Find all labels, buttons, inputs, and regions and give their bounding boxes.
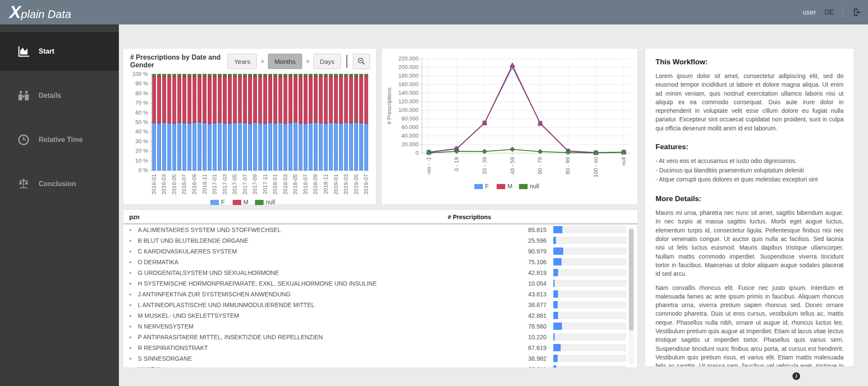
row-bar-track bbox=[553, 355, 626, 362]
sidebar-item-label: Details bbox=[39, 92, 61, 100]
svg-text:40 %: 40 % bbox=[135, 128, 148, 135]
row-value: 38.877 bbox=[495, 302, 546, 308]
sidebar-item-details[interactable]: Details bbox=[0, 76, 119, 115]
sidebar-item-relative-time[interactable]: Relative Time bbox=[0, 121, 119, 159]
row-label: V VARIA bbox=[133, 366, 495, 368]
row-bar bbox=[553, 280, 555, 287]
svg-text:40.000: 40.000 bbox=[401, 133, 419, 139]
svg-text:F: F bbox=[221, 199, 225, 205]
row-bar-track bbox=[553, 323, 626, 330]
table-row[interactable]: ▸J ANTIINFEKTIVA ZUR SYSTEMISCHEN ANWEND… bbox=[123, 289, 637, 299]
expand-caret-icon[interactable]: ▸ bbox=[123, 335, 133, 339]
sidebar-item-label: Start bbox=[39, 48, 54, 55]
sidebar-item-conclusion[interactable]: Conclusion bbox=[0, 165, 119, 203]
expand-caret-icon[interactable]: ▸ bbox=[123, 281, 133, 286]
svg-text:M: M bbox=[507, 183, 513, 190]
row-label: R RESPIRATIONSTRAKT bbox=[133, 344, 495, 351]
row-label: D DERMATIKA bbox=[133, 259, 495, 265]
row-label: J ANTIINFEKTIVA ZUR SYSTEMISCHEN ANWENDU… bbox=[133, 291, 495, 298]
row-label: P ANTIPARASITAERE MITTEL, INSEKTIZIDE UN… bbox=[133, 334, 495, 341]
svg-text:200.000: 200.000 bbox=[398, 64, 419, 70]
expand-caret-icon[interactable]: ▸ bbox=[123, 238, 133, 243]
age-line-chart[interactable]: 020.00040.00060.00080.000100.000120.0001… bbox=[382, 48, 637, 193]
svg-text:50 %: 50 % bbox=[135, 119, 148, 125]
row-value: 43.813 bbox=[495, 291, 546, 298]
table-row[interactable]: ▸V VARIA29.311 bbox=[123, 364, 637, 368]
sidebar-item-start[interactable]: Start bbox=[0, 32, 119, 71]
table-row[interactable]: ▸R RESPIRATIONSTRAKT67.619 bbox=[123, 342, 637, 353]
zoom-out-button[interactable] bbox=[353, 54, 370, 69]
table-row[interactable]: ▸M MUSKEL- UND SKELETTSYSTEM42.861 bbox=[123, 310, 637, 321]
row-bar bbox=[553, 365, 556, 368]
expand-caret-icon[interactable]: ▸ bbox=[123, 270, 133, 275]
svg-text:2018-05: 2018-05 bbox=[292, 174, 298, 195]
stacked-bar-chart[interactable]: 0 %10 %20 %30 %40 %50 %60 %70 %80 %90 %1… bbox=[123, 70, 376, 208]
expand-caret-icon[interactable]: ▸ bbox=[123, 302, 133, 307]
info-icon[interactable]: i bbox=[792, 372, 800, 380]
svg-text:220.000: 220.000 bbox=[398, 55, 419, 62]
toolbar-divider bbox=[346, 55, 347, 68]
row-value: 85.815 bbox=[495, 226, 546, 233]
expand-caret-icon[interactable]: ▸ bbox=[123, 259, 133, 264]
user-menu[interactable]: user bbox=[803, 9, 816, 16]
row-value: 10.220 bbox=[495, 334, 546, 341]
granularity-button-years[interactable]: Years bbox=[228, 54, 257, 69]
expand-caret-icon[interactable]: ▸ bbox=[123, 227, 133, 232]
header-actions: user DE bbox=[803, 7, 862, 18]
breadcrumb-separator: > bbox=[261, 58, 264, 65]
row-label: S SINNESORGANE bbox=[133, 355, 495, 362]
table-row[interactable]: ▸B BLUT UND BLUTBILDENDE ORGANE25.596 bbox=[123, 235, 637, 246]
expand-caret-icon[interactable]: ▸ bbox=[123, 345, 133, 350]
logout-icon bbox=[853, 8, 862, 17]
granularity-button-days[interactable]: Days bbox=[313, 54, 341, 69]
row-value: 10.054 bbox=[495, 280, 546, 287]
svg-text:2017-03: 2017-03 bbox=[222, 174, 228, 195]
sidebar-item-label: Conclusion bbox=[39, 180, 76, 188]
expand-caret-icon[interactable]: ▸ bbox=[123, 313, 133, 318]
svg-text:160.000: 160.000 bbox=[398, 81, 419, 87]
row-bar bbox=[553, 290, 558, 298]
section-heading: Features: bbox=[656, 143, 844, 151]
table-row[interactable]: ▸A ALIMENTAERES SYSTEM UND STOFFWECHSEL8… bbox=[123, 224, 637, 235]
svg-text:2016-03: 2016-03 bbox=[161, 174, 167, 195]
top-header-bar: Xplain Data user DE bbox=[0, 0, 868, 24]
granularity-button-months[interactable]: Months bbox=[268, 54, 302, 69]
svg-text:2018-01: 2018-01 bbox=[272, 174, 278, 195]
row-bar bbox=[553, 226, 562, 233]
svg-text:60.000: 60.000 bbox=[401, 124, 419, 130]
time-granularity-buttons: Years>Months>Days bbox=[228, 54, 370, 69]
svg-text:null: null bbox=[620, 157, 627, 166]
table-row[interactable]: ▸H SYSTEMISCHE HORMONPRAEPARATE, EXKL. S… bbox=[123, 278, 637, 289]
row-label: H SYSTEMISCHE HORMONPRAEPARATE, EXKL. SE… bbox=[133, 280, 495, 287]
svg-text:30 %: 30 % bbox=[135, 138, 148, 145]
table-row[interactable]: ▸C KARDIOVASKULAERES SYSTEM90.979 bbox=[123, 246, 637, 256]
expand-caret-icon[interactable]: ▸ bbox=[123, 324, 133, 329]
svg-text:20.000: 20.000 bbox=[401, 141, 419, 148]
expand-caret-icon[interactable]: ▸ bbox=[123, 249, 133, 253]
svg-text:140.000: 140.000 bbox=[398, 90, 419, 96]
svg-text:2016-01: 2016-01 bbox=[151, 174, 157, 195]
table-row[interactable]: ▸G UROGENITALSYSTEM UND SEXUALHORMONE42.… bbox=[123, 267, 637, 278]
workflow-description-panel: This Workflow:Lorem ipsum dolor sit amet… bbox=[645, 48, 854, 367]
svg-text:60 %: 60 % bbox=[135, 109, 148, 116]
table-scrollbar-thumb[interactable] bbox=[629, 229, 634, 331]
svg-text:2018-03: 2018-03 bbox=[282, 174, 288, 195]
expand-caret-icon[interactable]: ▸ bbox=[123, 367, 133, 368]
expand-caret-icon[interactable]: ▸ bbox=[123, 356, 133, 361]
row-bar-track bbox=[553, 312, 626, 319]
row-label: N NERVENSYSTEM bbox=[133, 323, 495, 330]
table-row[interactable]: ▸P ANTIPARASITAERE MITTEL, INSEKTIZIDE U… bbox=[123, 332, 637, 342]
expand-caret-icon[interactable]: ▸ bbox=[123, 292, 133, 296]
svg-text:120.000: 120.000 bbox=[398, 98, 419, 105]
table-row[interactable]: ▸N NERVENSYSTEM78.560 bbox=[123, 321, 637, 332]
row-bar bbox=[553, 323, 562, 330]
logout-button[interactable] bbox=[852, 7, 862, 18]
table-row[interactable]: ▸D DERMATIKA75.106 bbox=[123, 256, 637, 267]
table-row[interactable]: ▸L ANTINEOPLASTISCHE UND IMMUNMODULIEREN… bbox=[123, 299, 637, 310]
table-row[interactable]: ▸S SINNESORGANE38.982 bbox=[123, 353, 637, 364]
svg-text:80 %: 80 % bbox=[135, 90, 148, 96]
feature-bullet: - Ducimus qui blanditiis praesentium vol… bbox=[656, 166, 844, 175]
clock-icon bbox=[17, 133, 30, 146]
row-label: B BLUT UND BLUTBILDENDE ORGANE bbox=[133, 237, 495, 244]
language-toggle[interactable]: DE bbox=[825, 9, 834, 16]
